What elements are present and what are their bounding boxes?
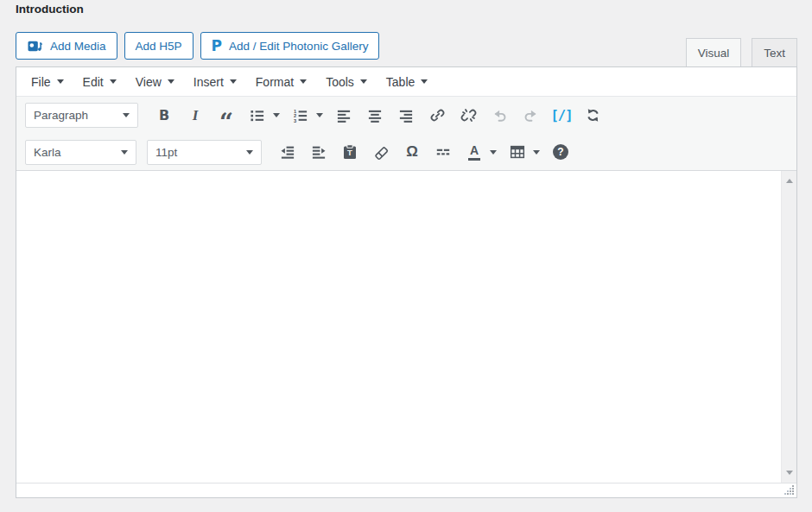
redo-button[interactable] xyxy=(517,103,543,129)
special-character-button[interactable]: Ω xyxy=(399,139,425,165)
chevron-down-icon xyxy=(360,79,367,84)
editor-menubar: File Edit View Insert Format Tools Table xyxy=(16,67,796,97)
link-button[interactable] xyxy=(424,103,450,129)
chevron-down-icon xyxy=(533,150,540,155)
menu-tools[interactable]: Tools xyxy=(316,67,377,96)
unlink-icon xyxy=(460,107,477,123)
sync-icon xyxy=(585,107,601,123)
photonic-gallery-button[interactable]: P Add / Edit Photonic Gallery xyxy=(200,32,380,60)
add-media-button[interactable]: Add Media xyxy=(16,32,117,60)
numbered-list-icon: 1 2 3 xyxy=(293,108,308,123)
add-media-label: Add Media xyxy=(50,40,106,53)
align-center-button[interactable] xyxy=(362,103,388,129)
help-button[interactable]: ? xyxy=(548,139,574,165)
menu-edit[interactable]: Edit xyxy=(73,67,126,96)
link-icon xyxy=(429,107,446,123)
table-button[interactable] xyxy=(504,139,530,165)
add-h5p-button[interactable]: Add H5P xyxy=(124,32,193,60)
chevron-down-icon xyxy=(121,150,128,155)
menu-file[interactable]: File xyxy=(22,67,73,96)
table-icon xyxy=(510,144,525,160)
resize-grip-icon[interactable] xyxy=(784,485,795,496)
blockquote-button[interactable]: “ xyxy=(213,103,239,129)
indent-button[interactable] xyxy=(306,139,332,165)
redo-icon xyxy=(523,107,539,123)
numbered-list-button[interactable]: 1 2 3 xyxy=(288,103,314,129)
font-family-select[interactable]: Karla xyxy=(25,140,136,165)
chevron-down-icon xyxy=(123,113,130,117)
clear-formatting-button[interactable] xyxy=(368,139,394,165)
bullet-list-icon xyxy=(250,108,265,123)
chevron-down-icon xyxy=(57,79,64,84)
tab-text[interactable]: Text xyxy=(752,38,797,66)
italic-button[interactable]: I xyxy=(182,103,208,129)
chevron-down-icon xyxy=(316,113,323,117)
menu-table[interactable]: Table xyxy=(377,67,437,96)
indent-icon xyxy=(311,144,327,160)
bold-button[interactable]: B xyxy=(151,103,177,129)
shortcode-button[interactable]: [/] xyxy=(549,103,574,129)
editor-statusbar xyxy=(16,483,796,497)
media-buttons-row: Add Media Add H5P P Add / Edit Photonic … xyxy=(16,32,379,60)
text-color-button[interactable]: A xyxy=(461,139,487,165)
page-title: Introduction xyxy=(16,3,84,16)
chevron-down-icon xyxy=(273,113,280,117)
svg-text:T: T xyxy=(347,148,352,157)
menu-insert[interactable]: Insert xyxy=(184,67,246,96)
add-h5p-label: Add H5P xyxy=(136,40,182,53)
editor-container: File Edit View Insert Format Tools Table… xyxy=(16,66,797,498)
sync-button[interactable] xyxy=(580,103,606,129)
toolbar-row-1: Paragraph B I “ 1 2 3 xyxy=(16,97,796,134)
hr-icon xyxy=(435,144,451,160)
help-icon: ? xyxy=(553,144,568,160)
editor-toolbars: Paragraph B I “ 1 2 3 xyxy=(16,97,796,171)
chevron-down-icon xyxy=(110,79,117,84)
align-left-button[interactable] xyxy=(331,103,357,129)
font-size-select[interactable]: 11pt xyxy=(147,140,262,165)
editor-canvas[interactable] xyxy=(16,171,796,483)
menu-format[interactable]: Format xyxy=(246,67,316,96)
special-char-icon: Ω xyxy=(406,143,418,161)
chevron-down-icon xyxy=(246,150,253,155)
align-right-icon xyxy=(398,108,414,123)
scroll-down-arrow-icon[interactable] xyxy=(786,471,793,475)
chevron-down-icon xyxy=(300,79,307,84)
unlink-button[interactable] xyxy=(455,103,481,129)
paste-text-icon: T xyxy=(343,144,357,160)
shortcode-icon: [/] xyxy=(551,108,573,123)
editor-mode-tabs: Visual Text xyxy=(686,38,797,66)
align-left-icon xyxy=(336,108,352,123)
photonic-label: Add / Edit Photonic Gallery xyxy=(229,40,368,53)
undo-button[interactable] xyxy=(486,103,512,129)
bold-icon: B xyxy=(159,107,169,123)
align-center-icon xyxy=(367,108,383,123)
text-color-caret[interactable] xyxy=(487,150,498,155)
menu-view[interactable]: View xyxy=(126,67,184,96)
chevron-down-icon xyxy=(490,150,497,155)
scrollbar[interactable] xyxy=(781,171,796,483)
block-format-select[interactable]: Paragraph xyxy=(25,103,138,128)
chevron-down-icon xyxy=(168,79,174,84)
italic-icon: I xyxy=(193,107,199,124)
add-media-icon xyxy=(27,39,43,54)
bullet-list-caret[interactable] xyxy=(270,113,282,117)
toolbar-row-2: Karla 11pt xyxy=(16,134,796,170)
outdent-button[interactable] xyxy=(275,139,301,165)
svg-text:3: 3 xyxy=(294,117,296,123)
tab-visual[interactable]: Visual xyxy=(686,38,742,66)
align-right-button[interactable] xyxy=(393,103,419,129)
photonic-p-icon: P xyxy=(212,39,222,54)
chevron-down-icon xyxy=(421,79,428,84)
chevron-down-icon xyxy=(230,79,237,84)
clear-format-icon xyxy=(373,144,390,161)
scroll-up-arrow-icon[interactable] xyxy=(786,179,793,183)
bullet-list-button[interactable] xyxy=(244,103,270,129)
outdent-icon xyxy=(280,144,295,160)
table-caret[interactable] xyxy=(530,150,542,155)
text-color-icon: A xyxy=(468,144,480,161)
paste-as-text-button[interactable]: T xyxy=(337,139,363,165)
horizontal-rule-button[interactable] xyxy=(430,139,456,165)
undo-icon xyxy=(492,107,508,123)
numbered-list-caret[interactable] xyxy=(314,113,325,117)
